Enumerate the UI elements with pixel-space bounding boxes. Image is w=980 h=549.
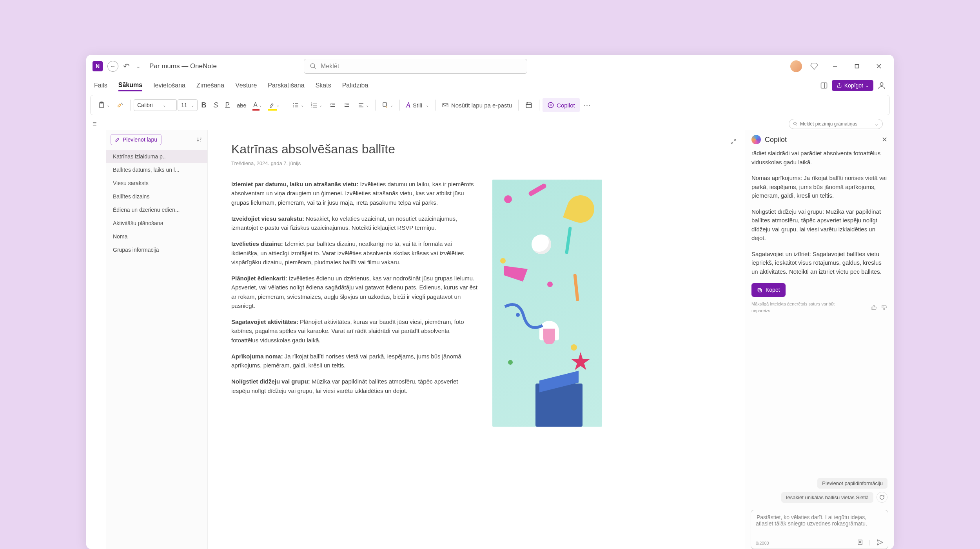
copilot-logo-icon: [751, 135, 761, 144]
page-title[interactable]: Katrīnas absolvēšanas ballīte: [231, 142, 721, 156]
ribbon-tabs: Fails Sākums Ievietošana Zīmēšana Vēstur…: [86, 78, 894, 93]
send-icon[interactable]: [876, 538, 884, 546]
outdent-button[interactable]: [326, 98, 339, 112]
copilot-close-button[interactable]: ✕: [882, 135, 887, 144]
page-body-text[interactable]: Izlemiet par datumu, laiku un atrašanās …: [231, 180, 478, 427]
svg-rect-33: [383, 103, 387, 106]
expand-icon[interactable]: [730, 138, 737, 145]
add-page-button[interactable]: Pievienot lapu: [111, 134, 162, 145]
copilot-ribbon-button[interactable]: Copilot: [543, 98, 580, 112]
svg-point-41: [794, 122, 797, 125]
svg-rect-25: [332, 105, 335, 105]
svg-rect-29: [345, 106, 349, 107]
notebook-search[interactable]: Meklēt piezīmju grāmatiņas ⌄: [789, 119, 883, 129]
font-size-selector[interactable]: 11⌄: [178, 99, 198, 111]
strikethrough-button[interactable]: abc: [234, 98, 249, 112]
page-date: Trešdiena, 2024. gada 7. jūnijs: [231, 160, 721, 166]
maximize-button[interactable]: [848, 60, 866, 72]
page-item[interactable]: Katrīnas izlaiduma p..: [106, 150, 207, 163]
page-item[interactable]: Ēdiena un dzērienu ēdien...: [106, 203, 207, 216]
tab-view[interactable]: Skats: [316, 80, 331, 91]
svg-line-42: [796, 125, 797, 126]
tab-insert[interactable]: Ievietošana: [153, 80, 185, 91]
svg-rect-21: [313, 103, 317, 104]
svg-rect-30: [359, 103, 363, 104]
undo-button[interactable]: ↶: [123, 62, 130, 71]
svg-rect-50: [758, 288, 760, 291]
font-color-button[interactable]: A⌄: [250, 98, 265, 112]
copilot-copy-button[interactable]: Kopēt: [751, 283, 786, 297]
indent-button[interactable]: [340, 98, 354, 112]
font-selector[interactable]: Calibri⌄: [134, 99, 177, 111]
page-item[interactable]: Noma: [106, 230, 207, 243]
suggestion-chip[interactable]: Pievienot papildinformāciju: [817, 478, 887, 489]
styles-button[interactable]: AStili⌄: [403, 98, 432, 112]
thumbs-up-icon[interactable]: [871, 304, 877, 311]
refresh-suggestions-button[interactable]: [877, 492, 887, 503]
page-item[interactable]: Aktivitāšu plānošana: [106, 216, 207, 230]
svg-point-9: [880, 83, 883, 85]
copilot-messages: rādiet slaidrādi vai parādiet absolventa…: [745, 149, 894, 474]
tab-help[interactable]: Palīdzība: [342, 80, 368, 91]
tab-draw[interactable]: Zīmēšana: [196, 80, 224, 91]
svg-rect-17: [295, 107, 298, 107]
party-image: [492, 180, 602, 427]
format-painter-button[interactable]: [114, 98, 127, 112]
app-window: N ← ↶ ⌄ Par mums — OneNote Meklēt Fails …: [86, 55, 894, 549]
align-button[interactable]: ⌄: [354, 98, 372, 112]
italic-button[interactable]: S: [211, 98, 221, 112]
page-content: Katrīnas absolvēšanas ballīte Trešdiena,…: [208, 130, 745, 549]
search-input[interactable]: Meklēt: [304, 59, 527, 74]
svg-rect-22: [313, 105, 317, 105]
char-counter: 0/2000: [756, 541, 769, 545]
share-button[interactable]: Kopīgot ⌄: [832, 80, 873, 91]
page-item[interactable]: Viesu saraksts: [106, 176, 207, 190]
panel-toggle-icon[interactable]: [820, 82, 828, 89]
tab-review[interactable]: Pārskatīšana: [268, 80, 304, 91]
user-avatar[interactable]: [790, 60, 802, 72]
copilot-header: Copilot ✕: [745, 130, 894, 149]
tab-file[interactable]: Fails: [94, 80, 107, 91]
teams-share-icon[interactable]: [877, 81, 886, 90]
page-item[interactable]: Ballītes dizains: [106, 190, 207, 203]
tab-history[interactable]: Vēsture: [235, 80, 257, 91]
svg-rect-23: [313, 107, 317, 108]
prompt-guide-icon[interactable]: [857, 539, 864, 546]
tag-button[interactable]: ⌄: [379, 98, 396, 112]
paste-button[interactable]: ⌄: [94, 98, 113, 112]
svg-line-47: [734, 139, 736, 141]
copilot-input[interactable]: Pastāstiet, ko vēlaties darīt. Lai iegūt…: [751, 510, 888, 549]
nav-toggle-icon[interactable]: ≡: [93, 120, 97, 128]
copilot-suggestions: Pievienot papildinformāciju Iesakiet uni…: [745, 474, 894, 507]
autosave-dropdown[interactable]: ⌄: [136, 63, 141, 69]
tab-home[interactable]: Sākums: [118, 80, 142, 91]
close-button[interactable]: [870, 60, 887, 72]
svg-rect-51: [858, 540, 862, 545]
sort-button[interactable]: [196, 136, 203, 143]
svg-rect-35: [526, 103, 531, 108]
premium-icon[interactable]: [810, 62, 818, 71]
underline-button[interactable]: P: [222, 98, 233, 112]
copilot-disclaimer: Mākslīgā intelekta ģenerētais saturs var…: [751, 301, 887, 314]
more-button[interactable]: ⋯: [581, 98, 593, 112]
email-page-button[interactable]: Nosūtīt lapu pa e-pastu: [439, 98, 515, 112]
thumbs-down-icon[interactable]: [881, 304, 887, 311]
global-search: Meklēt: [304, 59, 527, 74]
svg-point-14: [293, 106, 294, 107]
page-item[interactable]: Grupas informācija: [106, 243, 207, 256]
minimize-button[interactable]: [826, 60, 844, 72]
meeting-button[interactable]: [522, 98, 536, 112]
copilot-title: Copilot: [765, 136, 787, 144]
suggestion-chip[interactable]: Iesakiet unikālas ballīšu vietas Sietlā: [781, 492, 873, 503]
svg-text:3: 3: [311, 106, 312, 109]
highlight-button[interactable]: ⌄: [266, 98, 283, 112]
page-item[interactable]: Ballītes datums, laiks un l...: [106, 163, 207, 176]
page-list-pane: Pievienot lapu Katrīnas izlaiduma p.. Ba…: [106, 130, 208, 549]
numbering-button[interactable]: 123⌄: [308, 98, 325, 112]
back-button[interactable]: ←: [107, 61, 118, 72]
svg-rect-28: [346, 105, 349, 105]
edit-icon: [115, 137, 120, 142]
bullets-button[interactable]: ⌄: [289, 98, 307, 112]
bold-button[interactable]: B: [198, 98, 210, 112]
document-title: Par mums — OneNote: [149, 62, 217, 70]
